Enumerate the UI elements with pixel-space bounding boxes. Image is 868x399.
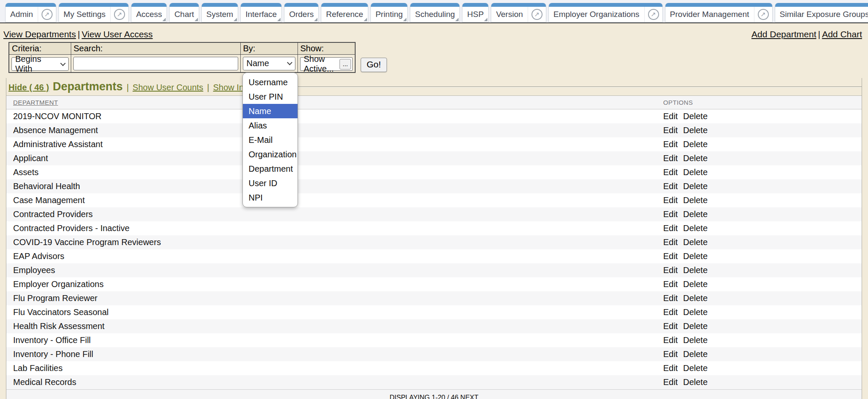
delete-link[interactable]: Delete [683, 265, 708, 275]
nav-tab[interactable]: My Settings ↗ [58, 3, 129, 22]
add-chart-link[interactable]: Add Chart [822, 29, 862, 39]
edit-link[interactable]: Edit [663, 126, 678, 135]
edit-link[interactable]: Edit [663, 377, 678, 387]
row-options: Edit Delete [657, 221, 862, 235]
view-user-access-link[interactable]: View User Access [82, 29, 153, 39]
edit-link[interactable]: Edit [663, 209, 678, 219]
dropdown-option[interactable]: Organization [243, 147, 298, 162]
show-filter-more-button[interactable]: ... [339, 59, 351, 70]
tab-top-accent [170, 3, 198, 7]
nav-tab[interactable]: HSP ↗ [462, 3, 489, 22]
delete-link[interactable]: Delete [683, 140, 708, 149]
delete-link[interactable]: Delete [683, 195, 708, 205]
table-row: Absence Management Edit Delete [6, 123, 862, 137]
delete-link[interactable]: Delete [683, 251, 708, 261]
edit-link[interactable]: Edit [663, 349, 678, 359]
delete-link[interactable]: Delete [683, 363, 708, 373]
open-new-window-icon[interactable]: ↗ [644, 7, 662, 22]
tab-label: Printing [371, 7, 407, 22]
delete-link[interactable]: Delete [683, 167, 708, 177]
nav-tab[interactable]: System ↗ [201, 3, 238, 22]
open-new-window-icon[interactable]: ↗ [38, 7, 56, 22]
table-row: Inventory - Phone Fill Edit Delete [6, 347, 862, 361]
delete-link[interactable]: Delete [683, 153, 708, 163]
delete-link[interactable]: Delete [683, 237, 708, 247]
dropdown-option[interactable]: E-Mail [243, 133, 298, 147]
department-column-header[interactable]: DEPARTMENT [13, 99, 58, 106]
dropdown-option[interactable]: Alias [243, 118, 298, 133]
delete-link[interactable]: Delete [683, 223, 708, 233]
delete-link[interactable]: Delete [683, 349, 708, 359]
edit-link[interactable]: Edit [663, 279, 678, 289]
delete-link[interactable]: Delete [683, 126, 708, 135]
go-button[interactable]: Go! [361, 58, 387, 72]
edit-link[interactable]: Edit [663, 307, 678, 317]
delete-link[interactable]: Delete [683, 321, 708, 331]
dropdown-option[interactable]: User ID [243, 176, 298, 190]
delete-link[interactable]: Delete [683, 112, 708, 121]
edit-link[interactable]: Edit [663, 195, 678, 205]
nav-tab[interactable]: Access ↗ [131, 3, 167, 22]
row-options: Edit Delete [657, 249, 862, 263]
hide-count-link[interactable]: Hide ( 46 ) [8, 83, 49, 92]
by-select[interactable]: Name [243, 57, 295, 70]
next-page-link[interactable]: NEXT [460, 394, 479, 399]
edit-link[interactable]: Edit [663, 181, 678, 191]
dropdown-option[interactable]: Department [243, 162, 298, 176]
search-input[interactable] [73, 57, 238, 70]
edit-link[interactable]: Edit [663, 251, 678, 261]
delete-link[interactable]: Delete [683, 377, 708, 387]
delete-link[interactable]: Delete [683, 279, 708, 289]
tab-label: Scheduling [410, 7, 459, 22]
edit-link[interactable]: Edit [663, 167, 678, 177]
edit-link[interactable]: Edit [663, 335, 678, 345]
dropdown-option[interactable]: NPI [243, 190, 298, 205]
edit-link[interactable]: Edit [663, 265, 678, 275]
nav-tab[interactable]: Reference ↗ [321, 3, 368, 22]
edit-link[interactable]: Edit [663, 237, 678, 247]
tab-top-accent [6, 3, 56, 7]
open-new-window-icon[interactable]: ↗ [110, 7, 128, 22]
view-departments-link[interactable]: View Departments [3, 29, 76, 39]
menu-corner-icon [234, 18, 237, 21]
row-options: Edit Delete [657, 291, 862, 305]
delete-link[interactable]: Delete [683, 307, 708, 317]
edit-link[interactable]: Edit [663, 140, 678, 149]
nav-tab[interactable]: Provider Management ↗ [665, 3, 773, 22]
delete-link[interactable]: Delete [683, 181, 708, 191]
nav-tab[interactable]: Chart ↗ [169, 3, 199, 22]
edit-link[interactable]: Edit [663, 112, 678, 121]
edit-link[interactable]: Edit [663, 363, 678, 373]
open-new-window-icon[interactable]: ↗ [528, 7, 546, 22]
row-options: Edit Delete [657, 179, 862, 193]
edit-link[interactable]: Edit [663, 223, 678, 233]
show-user-counts-link[interactable]: Show User Counts [133, 83, 203, 92]
criteria-select[interactable]: Begins With [11, 57, 69, 71]
nav-tab[interactable]: Similar Exposure Groups (SEGs) ↗ [775, 3, 868, 22]
nav-tab[interactable]: Interface ↗ [240, 3, 282, 22]
show-filter-box[interactable]: Show Active... ... [300, 57, 353, 71]
edit-link[interactable]: Edit [663, 293, 678, 303]
search-label: Search: [71, 42, 240, 55]
nav-tab[interactable]: Employer Organizations ↗ [548, 3, 663, 22]
nav-tab[interactable]: Version ↗ [491, 3, 546, 22]
add-department-link[interactable]: Add Department [751, 29, 816, 39]
nav-tab[interactable]: Orders ↗ [284, 3, 319, 22]
nav-tab[interactable]: Printing ↗ [370, 3, 408, 22]
edit-link[interactable]: Edit [663, 321, 678, 331]
dropdown-option[interactable]: Username [243, 75, 298, 89]
open-new-window-icon[interactable]: ↗ [754, 7, 772, 22]
delete-link[interactable]: Delete [683, 209, 708, 219]
delete-link[interactable]: Delete [683, 293, 708, 303]
dropdown-option[interactable]: User PIN [243, 89, 298, 104]
dropdown-option[interactable]: Name [243, 104, 298, 118]
delete-link[interactable]: Delete [683, 335, 708, 345]
table-row: Employees Edit Delete [6, 263, 862, 277]
nav-tab[interactable]: Scheduling ↗ [410, 3, 460, 22]
edit-link[interactable]: Edit [663, 153, 678, 163]
department-name: Contracted Providers - Inactive [6, 221, 657, 235]
nav-tab[interactable]: Admin ↗ [5, 3, 56, 22]
tab-label: Provider Management [665, 7, 754, 22]
show-label: Show: [298, 42, 355, 55]
heading-rule [278, 86, 862, 87]
